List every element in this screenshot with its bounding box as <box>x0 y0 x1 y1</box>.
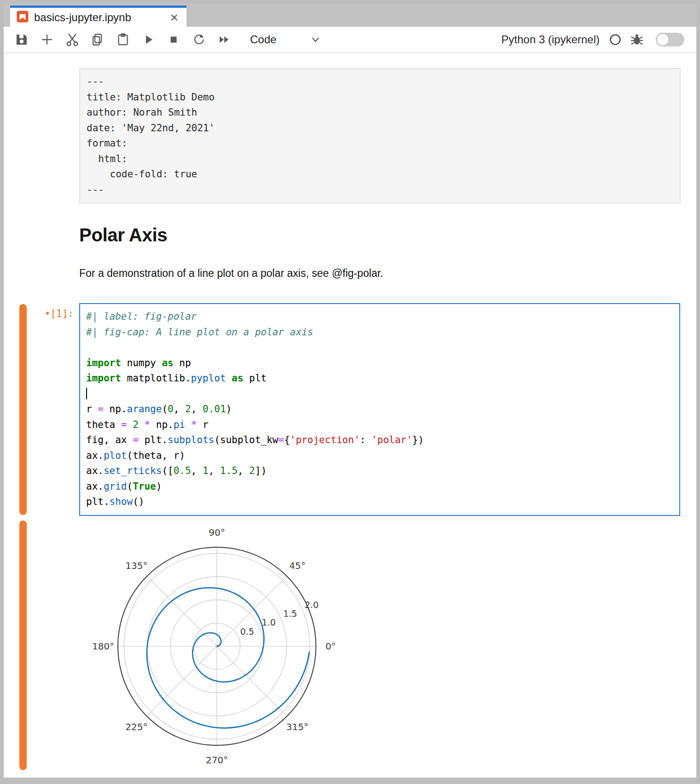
raw-cell-line: date: 'May 22nd, 2021' <box>87 121 673 136</box>
paste-cells-button[interactable] <box>115 32 130 47</box>
toggle-knob <box>657 34 668 45</box>
chevron-down-icon <box>309 34 321 46</box>
copy-icon <box>91 33 105 47</box>
svg-text:2.0: 2.0 <box>305 600 319 610</box>
run-all-cells-button[interactable] <box>216 32 232 47</box>
svg-text:315°: 315° <box>286 721 309 732</box>
code-line: ax.grid(True) <box>86 479 673 495</box>
code-line: import numpy as np <box>86 356 673 371</box>
code-line: plt.show() <box>86 494 673 510</box>
restart-icon <box>192 33 206 47</box>
tab-title: basics-jupyter.ipynb <box>34 11 163 24</box>
code-line: ax.plot(theta, r) <box>86 448 673 464</box>
code-line: r = np.arange(0, 2, 0.01) <box>86 402 673 417</box>
code-line: ax.set_rticks([0.5, 1, 1.5, 2]) <box>86 463 673 479</box>
jupyterlab-window: basics-jupyter.ipynb × <box>4 4 696 778</box>
svg-text:1.0: 1.0 <box>262 617 275 627</box>
code-line: #| fig-cap: A line plot on a polar axis <box>86 325 673 340</box>
simple-mode-toggle[interactable] <box>656 33 684 47</box>
cell-type-value: Code <box>250 33 276 46</box>
plus-icon <box>40 33 54 47</box>
cut-cells-button[interactable] <box>64 32 80 47</box>
svg-text:90°: 90° <box>209 527 225 538</box>
code-line: fig, ax = plt.subplots(subplot_kw={'proj… <box>86 433 673 448</box>
fast-forward-icon <box>217 33 232 47</box>
save-button[interactable] <box>14 32 29 47</box>
stop-icon <box>167 33 181 47</box>
kernel-status-icon[interactable] <box>609 33 622 46</box>
svg-text:135°: 135° <box>125 560 147 571</box>
code-line <box>86 340 673 356</box>
svg-text:0°: 0° <box>326 641 336 652</box>
notebook-file-icon <box>17 11 29 24</box>
run-cell-button[interactable] <box>140 32 156 47</box>
svg-text:180°: 180° <box>92 641 114 652</box>
output-area: 0°45°90°135°180°225°270°315°0.51.01.52.0 <box>79 521 402 774</box>
raw-cell-line: format: <box>87 136 673 152</box>
debugger-bug-icon[interactable] <box>630 33 644 47</box>
raw-cell-line: author: Norah Smith <box>87 105 673 121</box>
notebook-tab[interactable]: basics-jupyter.ipynb × <box>10 6 187 27</box>
output-collapser[interactable] <box>19 521 27 770</box>
raw-cell[interactable]: ---title: Matplotlib Demoauthor: Norah S… <box>79 68 681 204</box>
raw-cell-line: code-fold: true <box>87 167 673 182</box>
markdown-paragraph: For a demonstration of a line plot on a … <box>79 267 383 280</box>
svg-text:45°: 45° <box>289 560 305 571</box>
svg-text:225°: 225° <box>125 721 147 732</box>
save-icon <box>15 33 29 47</box>
execution-count: •[1]: <box>30 308 74 319</box>
cell-type-dropdown[interactable]: Code <box>250 33 321 46</box>
tab-close-icon[interactable]: × <box>168 11 180 24</box>
markdown-heading: Polar Axis <box>79 225 167 246</box>
polar-plot-figure: 0°45°90°135°180°225°270°315°0.51.01.52.0 <box>79 521 402 774</box>
restart-kernel-button[interactable] <box>191 32 206 47</box>
raw-cell-line: --- <box>87 182 673 198</box>
kernel-name[interactable]: Python 3 (ipykernel) <box>502 33 600 46</box>
code-line: #| label: fig-polar <box>86 309 673 325</box>
code-line: theta = 2 * np.pi * r <box>86 417 673 433</box>
add-cell-button[interactable] <box>39 32 54 47</box>
code-line <box>86 386 673 402</box>
notebook-toolbar: Code Python 3 (ipykernel) <box>4 27 696 53</box>
raw-cell-line: title: Matplotlib Demo <box>87 90 673 105</box>
tab-bar: basics-jupyter.ipynb × <box>4 4 696 27</box>
raw-cell-line: --- <box>87 74 673 90</box>
interrupt-kernel-button[interactable] <box>166 32 181 47</box>
copy-cells-button[interactable] <box>90 32 105 47</box>
code-cell-editor[interactable]: #| label: fig-polar#| fig-cap: A line pl… <box>79 303 680 516</box>
svg-text:1.5: 1.5 <box>283 608 297 619</box>
play-icon <box>141 33 155 47</box>
code-cell-collapser[interactable] <box>19 304 27 515</box>
code-line: import matplotlib.pyplot as plt <box>86 371 673 386</box>
text-cursor <box>86 388 87 399</box>
scissors-icon <box>65 32 80 47</box>
raw-cell-line: html: <box>87 152 673 167</box>
svg-text:0.5: 0.5 <box>240 626 254 637</box>
svg-text:270°: 270° <box>206 755 228 766</box>
paste-icon <box>116 33 130 47</box>
